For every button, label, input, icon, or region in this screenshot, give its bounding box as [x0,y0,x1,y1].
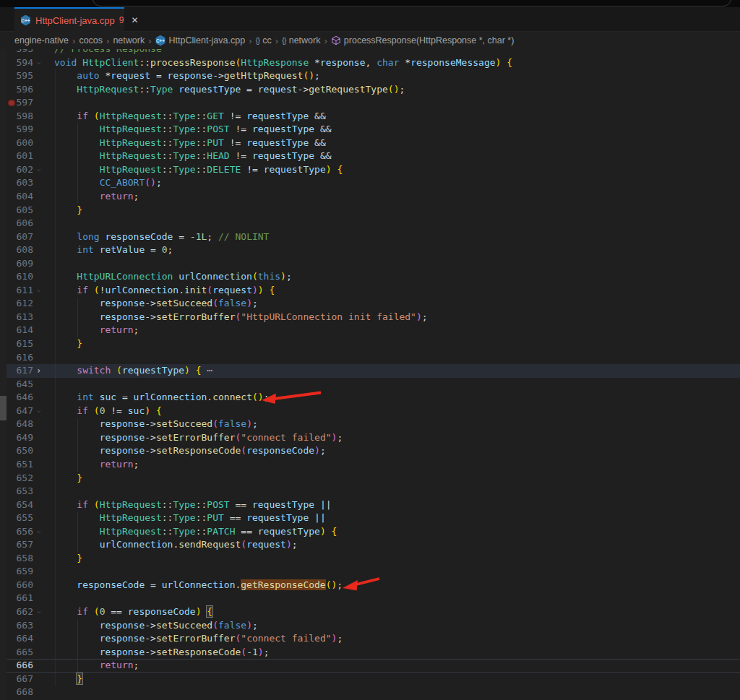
line-number[interactable]: 645 [9,378,33,392]
code-line[interactable]: 599 HttpRequest::Type::POST != requestTy… [0,123,740,137]
fold-expanded-icon[interactable]: › [32,285,46,296]
code-line[interactable]: 646 int suc = urlConnection.connect(); [0,391,740,405]
code-text[interactable]: } [44,337,82,351]
line-number[interactable]: 653 [9,485,33,498]
code-line[interactable]: 656› HttpRequest::Type::PATCH == request… [0,525,740,539]
line-number[interactable]: 611 [9,284,33,298]
code-line[interactable]: 607 long responseCode = -1L; // NOLINT [0,230,740,244]
code-text[interactable]: return; [44,659,139,673]
line-number[interactable]: 608 [9,243,33,257]
code-line[interactable]: 655 HttpRequest::Type::PUT == requestTyp… [0,511,740,525]
code-text[interactable]: response->setErrorBuffer("connect failed… [44,431,343,445]
line-number[interactable]: 650 [9,444,33,458]
line-number[interactable]: 601 [9,150,33,163]
breadcrumb-item[interactable]: cocos [79,35,103,46]
close-icon[interactable]: ✕ [132,15,139,25]
code-line[interactable]: 649 response->setErrorBuffer("connect fa… [0,431,740,445]
line-number[interactable]: 647 [9,405,33,418]
code-text[interactable]: long responseCode = -1L; // NOLINT [44,230,269,244]
code-text[interactable] [44,351,54,365]
line-number[interactable]: 662 [9,605,33,619]
code-text[interactable]: response->setSucceed(false); [44,619,258,633]
line-number[interactable]: 664 [9,632,33,646]
line-number[interactable]: 658 [9,552,33,566]
code-text[interactable] [44,378,54,392]
code-text[interactable]: HttpRequest::Type requestType = request-… [44,83,405,97]
code-line[interactable]: 666 return; [0,659,740,673]
breadcrumb-item[interactable]: network [289,35,321,46]
line-number[interactable]: 648 [9,418,33,431]
breadcrumb-item[interactable]: cc [262,35,272,46]
code-line[interactable]: 660 responseCode = urlConnection.getResp… [0,579,740,592]
line-number[interactable]: 646 [9,391,33,405]
line-number[interactable]: 603 [9,176,33,190]
line-number[interactable]: 661 [9,592,33,605]
code-text[interactable]: switch (requestType) { ⋯ [44,364,212,378]
line-number[interactable]: 610 [9,270,33,284]
line-number[interactable]: 595 [9,69,33,83]
code-line[interactable]: 602› HttpRequest::Type::DELETE != reques… [0,163,740,177]
code-line[interactable]: 606 [0,217,740,230]
line-number[interactable]: 617 [9,364,33,378]
code-text[interactable] [44,592,54,605]
code-line[interactable]: 608 int retValue = 0; [0,243,740,257]
fold-collapsed-icon[interactable]: › [33,364,44,378]
line-number[interactable]: 659 [9,565,33,579]
line-number[interactable]: 614 [9,324,33,337]
line-number[interactable]: 596 [9,83,33,97]
line-number[interactable]: 616 [9,351,33,365]
line-number[interactable]: 652 [9,472,33,485]
code-text[interactable] [44,217,54,230]
code-text[interactable] [44,257,54,271]
line-number[interactable]: 606 [9,217,33,230]
code-line[interactable]: 617› switch (requestType) { ⋯ [0,364,740,378]
fold-expanded-icon[interactable]: › [32,526,46,537]
code-line[interactable]: 648 response->setSucceed(false); [0,418,740,431]
code-text[interactable]: } [44,673,82,686]
code-text[interactable]: response->setSucceed(false); [44,297,258,311]
code-line[interactable]: 594›void HttpClient::processResponse(Htt… [0,56,740,70]
code-line[interactable]: 658 } [0,552,740,566]
code-text[interactable]: HttpRequest::Type::PUT != requestType && [44,137,326,150]
code-text[interactable]: return; [44,458,139,472]
code-text[interactable]: auto *request = response->getHttpRequest… [44,69,320,83]
code-text[interactable] [44,96,54,110]
code-text[interactable]: if (!urlConnection.init(request)) { [44,284,275,298]
code-text[interactable] [44,565,54,579]
fold-expanded-icon[interactable]: › [32,406,46,417]
code-text[interactable]: if (HttpRequest::Type::POST == requestTy… [44,498,332,512]
code-line[interactable]: 653 [0,485,740,498]
code-text[interactable]: } [44,552,82,566]
code-line[interactable]: 597 [0,96,740,110]
code-line[interactable]: 603 CC_ABORT(); [0,176,740,190]
code-line[interactable]: 595 auto *request = response->getHttpReq… [0,69,740,83]
code-line[interactable]: 600 HttpRequest::Type::PUT != requestTyp… [0,137,740,150]
tab-httpclient-java-cpp[interactable]: C++ HttpClient-java.cpp 9 ✕ [14,7,124,32]
code-line[interactable]: 651 return; [0,458,740,472]
line-number[interactable]: 668 [9,686,33,699]
line-number[interactable]: 651 [9,458,33,472]
code-text[interactable]: int retValue = 0; [44,243,173,257]
code-line[interactable]: 650 response->setResponseCode(responseCo… [0,444,740,458]
breadcrumb-item[interactable]: HttpClient-java.cpp [169,35,246,46]
code-text[interactable]: response->setResponseCode(responseCode); [44,444,326,458]
line-number[interactable]: 604 [9,190,33,204]
line-number[interactable]: 660 [9,579,33,592]
line-number[interactable]: 657 [9,538,33,552]
code-line[interactable]: 612 response->setSucceed(false); [0,297,740,311]
line-number[interactable]: 655 [9,511,33,525]
line-number[interactable]: 600 [9,137,33,150]
code-line[interactable]: 663 response->setSucceed(false); [0,619,740,633]
line-number[interactable]: 656 [9,525,33,539]
code-text[interactable]: return; [44,190,139,204]
line-number[interactable]: 649 [9,431,33,445]
line-number[interactable]: 667 [9,673,33,686]
code-line[interactable]: 654 if (HttpRequest::Type::POST == reque… [0,498,740,512]
line-number[interactable]: 612 [9,297,33,311]
code-text[interactable]: HttpRequest::Type::POST != requestType &… [44,123,332,137]
code-line[interactable]: 616 [0,351,740,365]
code-line[interactable]: 661 [0,592,740,605]
code-line[interactable]: 610 HttpURLConnection urlConnection(this… [0,270,740,284]
line-number[interactable]: 666 [9,659,33,673]
code-text[interactable]: responseCode = urlConnection.getResponse… [44,579,343,592]
